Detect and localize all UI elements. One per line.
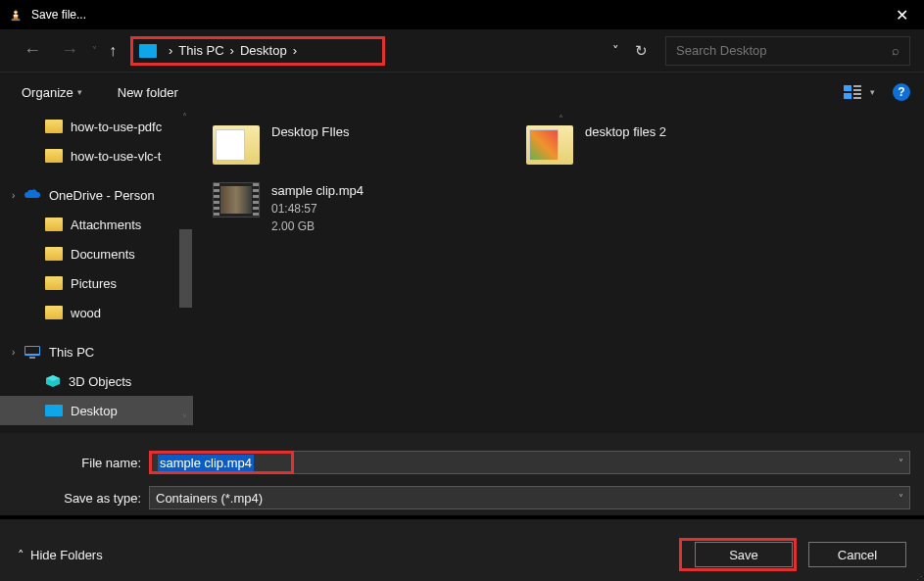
sidebar-label: Documents xyxy=(71,247,135,262)
desktop-icon xyxy=(45,405,63,416)
sidebar-label: Attachments xyxy=(71,218,141,232)
breadcrumb-extra[interactable]: ˅ xyxy=(389,36,626,66)
save-button-highlight: Save xyxy=(679,538,797,571)
sidebar-item-folder[interactable]: how-to-use-pdfc xyxy=(0,112,193,141)
svg-rect-7 xyxy=(844,93,851,99)
hide-folders-button[interactable]: ˄ Hide Folders xyxy=(18,548,103,562)
breadcrumb[interactable]: › This PC › Desktop › xyxy=(130,36,385,66)
sidebar-label: This PC xyxy=(49,345,94,360)
nav-back-button[interactable]: ← xyxy=(14,40,51,61)
footer: ˄ Hide Folders Save Cancel ⋰ xyxy=(0,519,924,581)
chevron-right-icon: › xyxy=(230,43,234,58)
file-name: sample clip.mp4 xyxy=(271,182,364,200)
new-folder-button[interactable]: New folder xyxy=(110,79,186,106)
vlc-icon xyxy=(8,8,24,22)
breadcrumb-current[interactable]: Desktop xyxy=(240,43,287,58)
search-input[interactable] xyxy=(676,43,892,58)
svg-rect-3 xyxy=(12,19,21,21)
new-folder-label: New folder xyxy=(118,85,178,100)
chevron-right-icon: › xyxy=(169,43,172,58)
cube-icon xyxy=(45,374,61,388)
chevron-right-icon[interactable]: › xyxy=(12,190,15,201)
svg-rect-2 xyxy=(14,15,19,17)
chevron-up-icon: ˄ xyxy=(18,548,24,562)
svg-rect-6 xyxy=(853,89,861,91)
sidebar-label: Pictures xyxy=(71,276,117,291)
organize-button[interactable]: Organize ▾ xyxy=(14,79,90,106)
nav-forward-button[interactable]: → xyxy=(51,40,88,61)
folder-icon xyxy=(213,123,260,165)
nav-recent-caret[interactable]: ˅ xyxy=(88,45,101,56)
chevron-right-icon[interactable]: › xyxy=(12,347,15,358)
nav-up-button[interactable]: ↑ xyxy=(101,42,124,60)
sidebar-item-onedrive[interactable]: › OneDrive - Person xyxy=(0,180,193,210)
scrollbar-thumb[interactable] xyxy=(179,229,192,308)
svg-rect-5 xyxy=(853,85,861,87)
breadcrumb-root[interactable]: This PC xyxy=(178,43,223,58)
pc-icon xyxy=(24,345,41,359)
savetype-row: Save as type: Containers (*.mp4) ˅ xyxy=(0,480,924,515)
folder-item[interactable]: desktop files 2 xyxy=(526,123,781,165)
cancel-button[interactable]: Cancel xyxy=(808,542,906,567)
sidebar-item-3dobjects[interactable]: 3D Objects xyxy=(0,366,193,396)
filename-input-rest[interactable]: ˅ xyxy=(294,451,910,474)
search-icon[interactable]: ⌕ xyxy=(892,43,900,58)
caret-down-icon: ▾ xyxy=(77,87,82,97)
view-mode-icon[interactable] xyxy=(844,84,861,100)
sidebar-label: how-to-use-vlc-t xyxy=(71,149,161,164)
scroll-up-icon[interactable]: ˄ xyxy=(177,112,192,126)
refresh-button[interactable]: ↻ xyxy=(625,42,657,60)
titlebar: Save file... ✕ xyxy=(0,0,924,29)
sidebar-item-thispc[interactable]: › This PC xyxy=(0,337,193,366)
sidebar-label: how-to-use-pdfc xyxy=(71,120,162,134)
address-dropdown-caret[interactable]: ˅ xyxy=(612,43,619,58)
search-box[interactable]: ⌕ xyxy=(665,36,910,66)
scroll-down-icon[interactable]: ˅ xyxy=(177,413,192,428)
sidebar-item-folder[interactable]: how-to-use-vlc-t xyxy=(0,141,193,170)
help-button[interactable]: ? xyxy=(893,83,910,101)
sidebar-item-folder[interactable]: wood xyxy=(0,298,193,327)
hide-folders-label: Hide Folders xyxy=(30,548,103,562)
pc-icon xyxy=(139,44,157,58)
folder-icon xyxy=(45,306,63,319)
close-button[interactable]: ✕ xyxy=(888,6,916,24)
folder-icon xyxy=(45,218,63,231)
video-file-item[interactable]: sample clip.mp4 01:48:57 2.00 GB xyxy=(213,182,467,235)
sidebar-item-folder[interactable]: Documents xyxy=(0,239,193,268)
onedrive-icon xyxy=(24,189,41,201)
sidebar-label: wood xyxy=(71,306,101,320)
sidebar-label: OneDrive - Person xyxy=(49,188,155,203)
folder-icon xyxy=(45,149,63,163)
folder-icon xyxy=(45,247,63,261)
view-caret-icon[interactable]: ▾ xyxy=(870,87,875,97)
folder-icon xyxy=(45,276,63,290)
svg-rect-12 xyxy=(29,357,35,359)
sidebar: ˄ how-to-use-pdfc how-to-use-vlc-t › One… xyxy=(0,112,193,433)
filename-input[interactable]: sample clip.mp4 xyxy=(149,451,294,474)
svg-rect-1 xyxy=(14,12,18,14)
caret-down-icon[interactable]: ˅ xyxy=(899,458,903,468)
caret-down-icon[interactable]: ˅ xyxy=(899,493,903,504)
sidebar-item-folder[interactable]: Pictures xyxy=(0,268,193,298)
folder-icon xyxy=(45,120,63,133)
file-name: desktop files 2 xyxy=(585,123,666,141)
resize-grip-icon[interactable]: ⋰ xyxy=(912,574,921,581)
sidebar-label: Desktop xyxy=(71,404,118,418)
filename-value: sample clip.mp4 xyxy=(158,455,254,471)
filename-label: File name: xyxy=(14,456,149,470)
svg-rect-11 xyxy=(25,347,39,354)
sidebar-label: 3D Objects xyxy=(69,374,131,389)
svg-rect-8 xyxy=(853,93,861,95)
folder-item[interactable]: Desktop FIles xyxy=(213,123,467,165)
video-thumb-icon xyxy=(213,182,260,218)
save-button[interactable]: Save xyxy=(695,542,793,567)
sidebar-item-folder[interactable]: Attachments xyxy=(0,210,193,239)
address-bar: ← → ˅ ↑ › This PC › Desktop › ˅ ↻ ⌕ xyxy=(0,29,924,73)
toolbar: Organize ▾ New folder ▾ ? xyxy=(0,73,924,112)
window-title: Save file... xyxy=(31,8,888,22)
sidebar-item-desktop[interactable]: Desktop xyxy=(0,396,193,425)
file-name: Desktop FIles xyxy=(271,123,349,141)
filename-row: File name: sample clip.mp4 ˅ xyxy=(0,433,924,480)
savetype-select[interactable]: Containers (*.mp4) ˅ xyxy=(149,486,910,509)
file-list[interactable]: ˄ Desktop FIles desktop files 2 sample c… xyxy=(193,112,924,433)
